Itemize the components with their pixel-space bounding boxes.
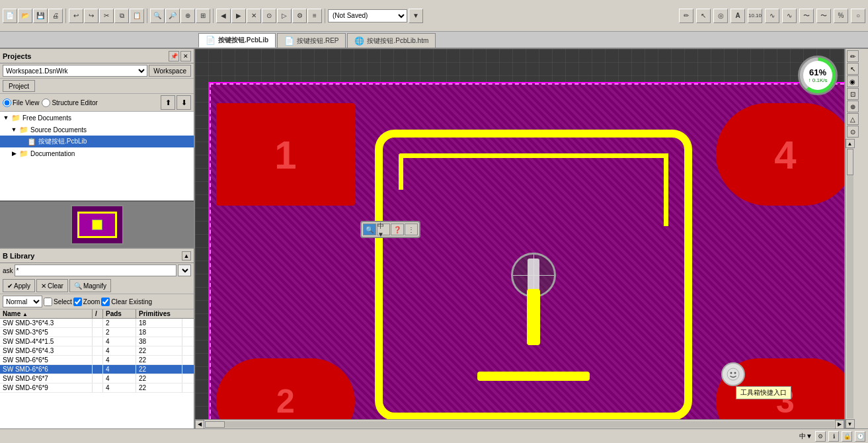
file-view-radio[interactable]: File View [3,99,39,107]
zoom-fit-btn[interactable]: ⊕ [180,9,195,23]
v-scroll-track[interactable] [847,149,853,419]
ft-search-btn[interactable]: 🔍 [363,223,376,235]
status-lock-btn[interactable]: 🔒 [842,431,852,442]
rt-btn4[interactable]: ⊡ [847,88,859,100]
th-slash[interactable]: / [93,309,103,318]
table-row[interactable]: SW SMD-6*6*4.3 4 22 [0,346,194,356]
fwd-btn[interactable]: ▶ [231,9,246,23]
run-btn[interactable]: ▷ [277,9,292,23]
clear-button[interactable]: ✕ Clear [36,279,68,292]
tab-pcblib[interactable]: 📄 按键按钮.PcbLib [198,33,276,48]
view-icon-btn1[interactable]: ⬆ [161,95,175,110]
canvas-area[interactable]: 1 2 3 4 [195,49,844,419]
wave4-icon[interactable]: 〜 [816,9,831,23]
rt-btn7[interactable]: ⊙ [847,126,859,138]
rt-btn2[interactable]: ↖ [847,63,859,75]
table-row[interactable]: SW SMD-3*6*5 2 18 [0,328,194,337]
th-pads[interactable]: Pads [103,309,136,318]
tools-btn[interactable]: ⚙ [292,9,307,23]
library-expand-btn[interactable]: ▲ [182,251,191,261]
th-name[interactable]: Name ▲ [0,309,93,318]
rt-btn3[interactable]: ◉ [847,75,859,87]
inspect-btn[interactable]: ⊙ [262,9,276,23]
mask-input[interactable] [15,264,177,276]
zoom-in-btn[interactable]: 🔍 [150,9,165,23]
tree-item-source-docs[interactable]: ▼ 📁 Source Documents [0,124,194,136]
project-button[interactable]: Project [3,80,35,92]
h-scroll-left-btn[interactable]: ◀ [195,420,204,429]
cross-btn[interactable]: ✕ [247,9,261,23]
open-btn[interactable]: 📂 [18,9,32,23]
comp-table-body[interactable]: SW SMD-3*6*4.3 2 18 SW SMD-3*6*5 2 18 SW… [0,319,194,428]
projects-pin-btn[interactable]: 📌 [169,51,179,61]
pencil-icon[interactable]: ✏ [679,9,693,23]
paste-btn[interactable]: 📋 [130,9,144,23]
table-row[interactable]: SW SMD-6*6*6 4 22 [0,365,194,374]
apply-button[interactable]: ✔ Apply [3,279,35,292]
normal-select[interactable]: Normal [3,296,42,307]
copy-btn[interactable]: ⧉ [114,9,129,23]
print-btn[interactable]: 🖨 [48,9,63,23]
ft-help-btn[interactable]: ❓ [391,223,404,235]
mask-dropdown[interactable]: ▼ [178,264,191,276]
target-icon[interactable]: ◎ [713,9,728,23]
v-scroll-up-btn[interactable]: ▲ [846,139,855,148]
workspace-select[interactable]: Workspace1.DsnWrk [3,65,147,77]
tab-rep-icon: 📄 [284,36,294,46]
status-info-btn[interactable]: ℹ [828,431,839,442]
save-btn[interactable]: 💾 [33,9,48,23]
magnify-button[interactable]: 🔍 Magnify [69,279,111,292]
back-btn[interactable]: ◀ [216,9,231,23]
tab-rep[interactable]: 📄 按键按钮.REP [277,33,346,48]
rt-btn1[interactable]: ✏ [847,50,859,62]
more-btn[interactable]: ≡ [307,9,322,23]
workspace-button[interactable]: Workspace [149,65,191,77]
v-scroll-thumb[interactable] [847,149,853,175]
percent-icon[interactable]: % [834,9,848,23]
table-row[interactable]: SW SMD-6*6*5 4 22 [0,356,194,365]
h-scroll-thumb[interactable] [205,421,225,428]
th-prims[interactable]: Primitives [136,309,182,318]
rt-btn5[interactable]: ⊕ [847,101,859,112]
zoom-sel-btn[interactable]: ⊞ [196,9,210,23]
h-scroll-track[interactable] [205,421,834,428]
tree-item-free-docs[interactable]: ▼ 📁 Free Documents [0,112,194,124]
h-scroll-right-btn[interactable]: ▶ [835,420,844,429]
table-row[interactable]: SW SMD-3*6*4.3 2 18 [0,319,194,328]
structure-editor-radio[interactable]: Structure Editor [42,99,97,107]
rt-btn6[interactable]: △ [847,113,859,125]
pointer-icon[interactable]: ↖ [696,9,711,23]
not-saved-select[interactable]: (Not Saved) [328,9,407,22]
dropdown-btn[interactable]: ▼ [409,9,423,23]
ft-lang-btn[interactable]: 中▼ [377,223,390,235]
tree-item-documentation[interactable]: ▶ 📁 Documentation [0,147,194,159]
zoom-out-btn[interactable]: 🔎 [165,9,180,23]
zoom-check[interactable]: Zoom [73,298,100,306]
coord-icon[interactable]: 10.10 [748,9,762,23]
table-row[interactable]: SW SMD-6*6*7 4 22 [0,374,194,383]
view-icon-btn2[interactable]: ⬇ [177,95,191,110]
help-circle[interactable] [721,362,745,386]
wave3-icon[interactable]: 〜 [799,9,814,23]
ft-handle-btn[interactable]: ⋮ [405,223,418,235]
A-icon[interactable]: A [730,9,745,23]
cut-btn[interactable]: ✂ [99,9,114,23]
tab-htm[interactable]: 🌐 按键按钮.PcbLib.htm [347,33,436,48]
td-name: SW SMD-3*6*5 [0,328,93,337]
v-scroll-down-btn[interactable]: ▼ [846,419,855,428]
new-btn[interactable]: 📄 [3,9,17,23]
wave1-icon[interactable]: ∿ [765,9,779,23]
status-settings-btn[interactable]: ⚙ [815,431,826,442]
projects-close-btn[interactable]: ✕ [180,51,191,61]
status-clock-btn[interactable]: 🕐 [855,431,865,442]
redo-btn[interactable]: ↪ [84,9,99,23]
wave2-icon[interactable]: ∿ [782,9,797,23]
select-check[interactable]: Select [44,298,72,306]
tree-item-pcblib[interactable]: 📋 按键按钮.PcbLib [0,136,194,147]
project-tree[interactable]: ▼ 📁 Free Documents ▼ 📁 Source Documents … [0,112,194,201]
circle-icon[interactable]: ○ [851,9,865,23]
table-row[interactable]: SW SMD-6*6*9 4 22 [0,383,194,393]
clear-existing-check[interactable]: Clear Existing [101,298,152,306]
undo-btn[interactable]: ↩ [69,9,83,23]
table-row[interactable]: SW SMD-4*4*1.5 4 38 [0,337,194,346]
